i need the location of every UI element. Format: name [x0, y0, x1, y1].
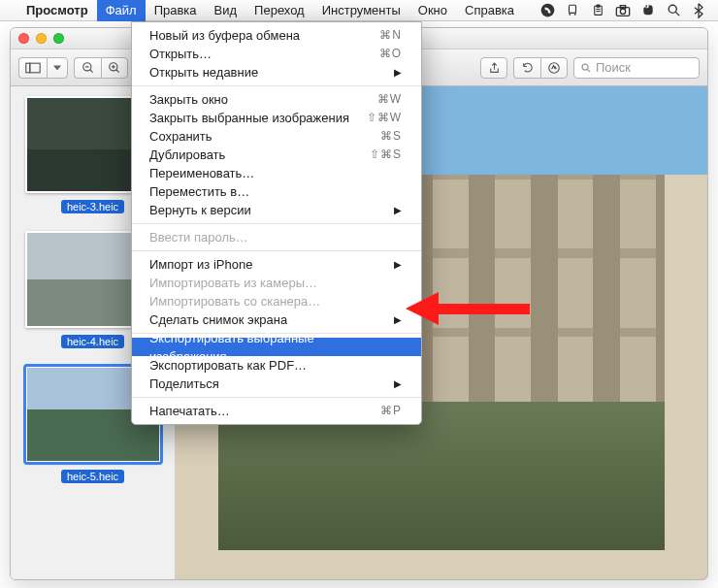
- menubar-extras: [539, 3, 710, 18]
- menu-item-label: Переместить в…: [149, 182, 249, 201]
- submenu-arrow-icon: ▶: [394, 375, 402, 393]
- submenu-arrow-icon: ▶: [394, 310, 402, 329]
- menu-item-label: Переименовать…: [149, 164, 254, 182]
- clipboard-icon[interactable]: [590, 3, 605, 18]
- menu-item[interactable]: Импорт из iPhone▶: [132, 255, 421, 274]
- menu-item[interactable]: Вернуть к версии▶: [132, 201, 421, 219]
- search-field[interactable]: Поиск: [573, 57, 700, 79]
- view-mode-chevron[interactable]: [47, 57, 68, 79]
- thumbnail-label: heic-4.heic: [61, 335, 124, 348]
- svg-point-11: [669, 5, 676, 13]
- menu-item-label: Импортировать из камеры…: [149, 274, 317, 292]
- svg-line-16: [89, 69, 92, 72]
- train-icon[interactable]: [565, 3, 580, 18]
- menu-item-label: Экспортировать как PDF…: [149, 356, 307, 375]
- menu-item[interactable]: Переименовать…: [132, 164, 421, 182]
- menu-item: Импортировать со сканера…: [132, 292, 421, 310]
- rotate-button[interactable]: [513, 57, 540, 79]
- zoom-in-button[interactable]: [101, 57, 128, 79]
- spotlight-icon[interactable]: [666, 3, 681, 18]
- camera-icon[interactable]: [615, 3, 631, 18]
- menu-item[interactable]: Закрыть выбранные изображения⇧⌘W: [132, 109, 421, 127]
- svg-point-23: [582, 64, 588, 70]
- menubar-item-edit[interactable]: Правка: [146, 0, 206, 21]
- view-mode-button[interactable]: [18, 57, 47, 79]
- svg-rect-5: [596, 5, 599, 7]
- close-window-button[interactable]: [18, 33, 29, 44]
- svg-rect-1: [570, 5, 576, 13]
- menu-item[interactable]: Новый из буфера обмена⌘N: [132, 26, 421, 45]
- menu-item: Импортировать из камеры…: [132, 274, 421, 292]
- zoom-window-button[interactable]: [53, 33, 64, 44]
- app-name[interactable]: Просмотр: [17, 0, 97, 21]
- menu-item-shortcut: ⇧⌘S: [370, 146, 402, 164]
- viber-icon[interactable]: [539, 3, 555, 18]
- menu-item-label: Импортировать со сканера…: [149, 292, 320, 310]
- menu-item[interactable]: Сделать снимок экрана▶: [132, 310, 421, 329]
- bluetooth-icon[interactable]: [691, 3, 706, 18]
- menu-item-shortcut: ⌘S: [380, 127, 402, 146]
- menu-item-label: Открыть…: [149, 45, 212, 63]
- menu-item-label: Открыть недавние: [149, 63, 258, 82]
- submenu-arrow-icon: ▶: [394, 255, 402, 274]
- menu-item-shortcut: ⌘N: [379, 26, 402, 45]
- menu-item: Ввести пароль…: [132, 228, 421, 246]
- menu-item[interactable]: Сохранить⌘S: [132, 127, 421, 146]
- minimize-window-button[interactable]: [36, 33, 47, 44]
- menu-item[interactable]: Закрыть окно⌘W: [132, 90, 421, 109]
- menu-item-label: Сохранить: [149, 127, 212, 146]
- menubar-item-file[interactable]: Файл: [97, 0, 146, 21]
- menu-item[interactable]: Напечатать…⌘P: [132, 402, 421, 420]
- file-menu-dropdown: Новый из буфера обмена⌘NОткрыть…⌘OОткрыт…: [131, 21, 422, 425]
- menu-item[interactable]: Открыть…⌘O: [132, 45, 421, 63]
- zoom-out-button[interactable]: [74, 57, 101, 79]
- menu-item-shortcut: ⇧⌘W: [367, 109, 402, 127]
- menu-item[interactable]: Экспортировать выбранные изображения…: [132, 338, 421, 356]
- menu-item[interactable]: Дублировать⇧⌘S: [132, 146, 421, 164]
- menu-item-shortcut: ⌘W: [377, 90, 402, 109]
- thumbnail-label: heic-3.heic: [61, 200, 124, 213]
- menu-item-label: Напечатать…: [149, 402, 230, 420]
- menubar-item-window[interactable]: Окно: [409, 0, 456, 21]
- menu-item-label: Поделиться: [149, 375, 219, 393]
- menu-item[interactable]: Экспортировать как PDF…: [132, 356, 421, 375]
- submenu-arrow-icon: ▶: [394, 201, 402, 219]
- svg-line-12: [675, 12, 679, 16]
- svg-line-24: [588, 69, 591, 72]
- menu-item-label: Дублировать: [149, 146, 225, 164]
- thumbnail-label: heic-5.heic: [61, 470, 124, 483]
- svg-rect-13: [26, 63, 30, 73]
- menu-item[interactable]: Переместить в…: [132, 182, 421, 201]
- menu-item[interactable]: Поделиться▶: [132, 375, 421, 393]
- menu-item-label: Вернуть к версии: [149, 201, 251, 219]
- menubar-item-go[interactable]: Переход: [245, 0, 313, 21]
- svg-point-9: [620, 9, 625, 14]
- menubar-item-view[interactable]: Вид: [206, 0, 246, 21]
- menu-item-label: Закрыть выбранные изображения: [149, 109, 349, 127]
- menubar-item-help[interactable]: Справка: [456, 0, 523, 21]
- evernote-icon[interactable]: [640, 3, 656, 18]
- submenu-arrow-icon: ▶: [394, 63, 402, 82]
- menu-item-label: Сделать снимок экрана: [149, 310, 287, 329]
- menubar-item-tools[interactable]: Инструменты: [313, 0, 409, 21]
- svg-line-19: [116, 69, 119, 72]
- menu-item-label: Ввести пароль…: [149, 228, 248, 246]
- menu-item[interactable]: Открыть недавние▶: [132, 63, 421, 82]
- menu-item-shortcut: ⌘O: [379, 45, 402, 63]
- share-button[interactable]: [480, 57, 507, 79]
- markup-button[interactable]: [540, 57, 568, 79]
- menu-item-label: Закрыть окно: [149, 90, 228, 109]
- svg-rect-14: [30, 63, 40, 73]
- menu-item-label: Новый из буфера обмена: [149, 26, 300, 45]
- menu-item-shortcut: ⌘P: [380, 402, 402, 420]
- system-menubar: Просмотр Файл Правка Вид Переход Инструм…: [0, 0, 718, 21]
- menu-item-label: Импорт из iPhone: [149, 255, 252, 274]
- search-placeholder: Поиск: [596, 60, 631, 75]
